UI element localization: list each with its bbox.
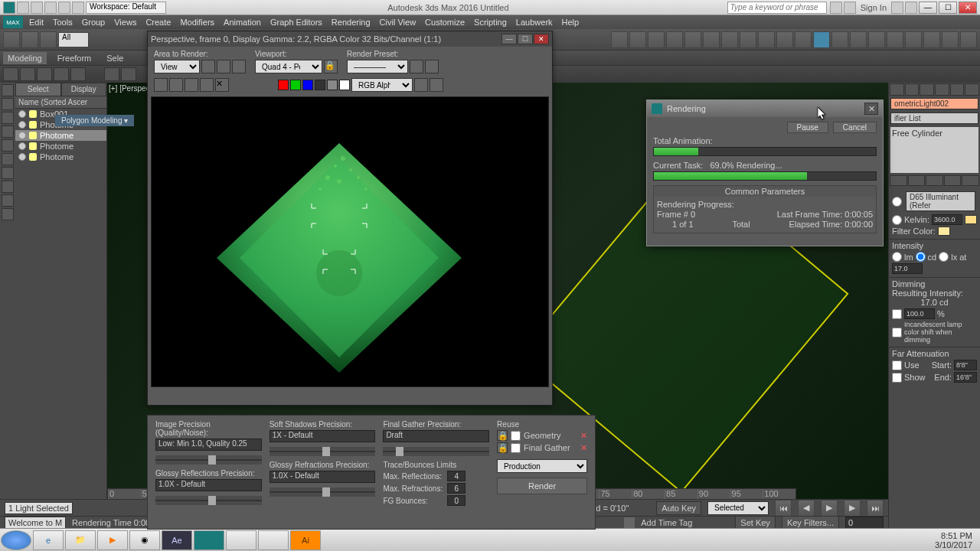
common-params-header[interactable]: Common Parameters: [654, 186, 876, 197]
redo-icon[interactable]: [72, 2, 84, 14]
percent-snap-icon[interactable]: [648, 31, 665, 48]
minimize-button[interactable]: —: [919, 2, 937, 14]
shadows-value[interactable]: 1X - Default: [270, 430, 376, 442]
start-input[interactable]: [954, 360, 977, 370]
app-menu-button[interactable]: MAX: [3, 16, 23, 28]
task-ae-icon[interactable]: Ae: [162, 530, 192, 550]
incandescent-check[interactable]: [892, 328, 902, 337]
render-iterative-icon[interactable]: [868, 31, 885, 48]
show-check[interactable]: [892, 373, 902, 383]
rw-minimize-button[interactable]: —: [501, 34, 517, 44]
intensity-input[interactable]: [892, 263, 923, 274]
channel-dropdown[interactable]: RGB Alpha: [351, 78, 413, 92]
render-setup-icon[interactable]: [813, 31, 830, 48]
lr-icon[interactable]: [2, 194, 14, 207]
save-icon[interactable]: [44, 2, 57, 14]
ribbon-tab-modeling[interactable]: Modeling: [3, 52, 47, 64]
help-search-input[interactable]: [727, 2, 827, 14]
fg-clear-icon[interactable]: ✕: [580, 443, 587, 453]
task-ie-icon[interactable]: e: [33, 530, 64, 550]
lr-icon[interactable]: [2, 98, 14, 110]
menu-scripting[interactable]: Scripting: [469, 16, 511, 28]
link-icon[interactable]: [3, 31, 20, 48]
material-editor-icon[interactable]: [795, 31, 812, 48]
lx-radio[interactable]: [939, 252, 949, 262]
stack-pin-icon[interactable]: [890, 175, 907, 186]
edit-region-icon[interactable]: [201, 60, 215, 73]
menu-tools[interactable]: Tools: [48, 16, 77, 28]
cd-radio[interactable]: [916, 252, 926, 262]
poly-element-icon[interactable]: [70, 67, 86, 81]
preset-dropdown[interactable]: —————————: [347, 60, 408, 73]
hierarchy-tab-icon[interactable]: [920, 83, 934, 96]
lock-geom-icon[interactable]: 🔒: [497, 430, 508, 441]
fg-precision-value[interactable]: Draft: [383, 430, 489, 442]
channel-red-icon[interactable]: [278, 80, 289, 90]
task-chrome-icon[interactable]: ◉: [129, 530, 160, 550]
clone-window-icon[interactable]: [185, 78, 198, 92]
end-input[interactable]: [954, 372, 977, 383]
area-dropdown[interactable]: View: [154, 60, 200, 73]
maximize-button[interactable]: ☐: [939, 2, 957, 14]
keymode-dropdown[interactable]: Selected: [707, 501, 769, 515]
menu-civil-view[interactable]: Civil View: [375, 16, 420, 28]
render-output-viewport[interactable]: [151, 96, 549, 387]
object-name-field[interactable]: ometricLight002: [890, 98, 978, 109]
lr-icon[interactable]: [2, 112, 14, 124]
undo-icon[interactable]: [58, 2, 70, 14]
create-tab-icon[interactable]: [890, 83, 904, 96]
timetag-icon[interactable]: [624, 517, 635, 528]
layers-icon[interactable]: [740, 31, 756, 48]
rendered-frame-icon[interactable]: [831, 31, 848, 48]
lr-icon[interactable]: [2, 139, 14, 152]
glossy-refr-slider[interactable]: [270, 487, 376, 497]
modifier-stack[interactable]: Free Cylinder: [890, 127, 978, 173]
menu-help[interactable]: Help: [557, 16, 584, 28]
named-sel-icon[interactable]: [684, 31, 701, 48]
task-3dsmax-icon[interactable]: [194, 530, 224, 550]
lr-icon[interactable]: [2, 181, 14, 193]
polygon-modeling-dropdown[interactable]: Polygon Modeling ▾: [55, 115, 134, 126]
poly-border-icon[interactable]: [37, 67, 52, 81]
add-time-tag[interactable]: Add Time Tag: [641, 518, 692, 527]
menu-graph-editors[interactable]: Graph Editors: [266, 16, 327, 28]
menu-edit[interactable]: Edit: [24, 16, 48, 28]
image-precision-slider[interactable]: [155, 455, 262, 465]
angle-snap-icon[interactable]: [629, 31, 646, 48]
utilities-tab-icon[interactable]: [965, 83, 979, 96]
render-window-titlebar[interactable]: Perspective, frame 0, Display Gamma: 2.2…: [148, 31, 552, 47]
mirror-icon[interactable]: [703, 31, 720, 48]
dim-pct-input[interactable]: [904, 308, 935, 319]
selection-filter-dropdown[interactable]: All: [58, 32, 89, 47]
lm-radio[interactable]: [892, 252, 902, 262]
start-button[interactable]: [1, 530, 31, 550]
scene-tab-display[interactable]: Display: [61, 83, 107, 96]
glossy-refl-slider[interactable]: [155, 496, 262, 505]
save-image-icon[interactable]: [154, 78, 168, 92]
motion-tab-icon[interactable]: [935, 83, 949, 96]
poly-vertex-icon[interactable]: [3, 67, 18, 81]
stack-show-icon[interactable]: [908, 175, 926, 186]
environment-icon[interactable]: [425, 60, 439, 73]
render-mode-dropdown[interactable]: Production: [497, 459, 587, 473]
render-scene-icon[interactable]: [905, 31, 922, 48]
new-icon[interactable]: [17, 2, 29, 14]
help-icon[interactable]: [905, 2, 917, 14]
auto-region-icon[interactable]: [217, 60, 230, 73]
fg-bounces-input[interactable]: [447, 495, 466, 506]
stack-unique-icon[interactable]: [926, 175, 943, 186]
star-icon[interactable]: [844, 2, 856, 14]
max-refr-input[interactable]: [447, 483, 466, 494]
channel-alpha-icon[interactable]: [315, 80, 325, 90]
particle-icon[interactable]: [960, 31, 977, 48]
dim-pct-check[interactable]: [892, 309, 902, 319]
print-icon[interactable]: [200, 78, 214, 92]
goto-end-icon[interactable]: ⏭: [867, 500, 884, 517]
menu-group[interactable]: Group: [77, 16, 110, 28]
menu-laubwerk[interactable]: Laubwerk: [511, 16, 557, 28]
modifier-list-dropdown[interactable]: ifier List: [890, 112, 978, 124]
infocenter-icon[interactable]: [830, 2, 842, 14]
scene-tab-select[interactable]: Select: [15, 83, 61, 96]
lr-icon[interactable]: [2, 153, 14, 165]
dialog-titlebar[interactable]: Rendering ✕: [647, 100, 883, 117]
